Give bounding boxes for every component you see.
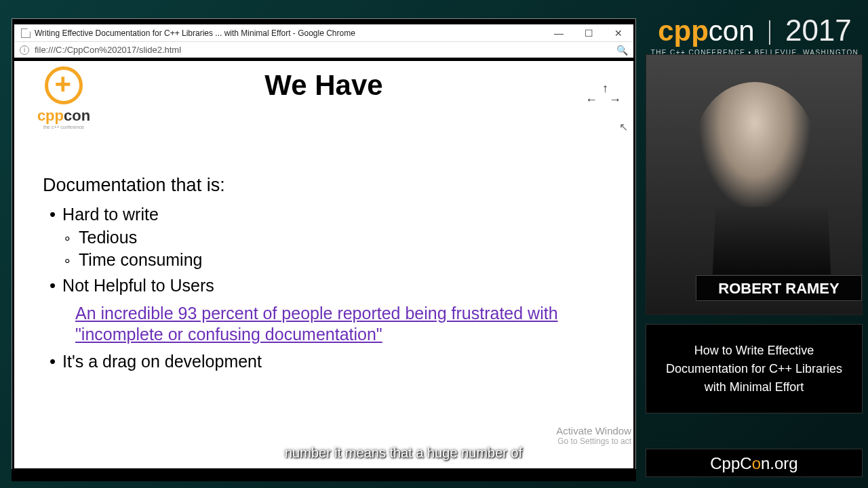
cursor-icon: ↖ <box>619 121 628 134</box>
conf-con: con <box>709 15 755 47</box>
cppcon-logo: cppcon the c++ conference <box>20 66 108 129</box>
speaker-video[interactable]: ROBERT RAMEY <box>646 54 863 315</box>
bullet-tedious: Tedious <box>63 228 613 247</box>
bottom-black-bar <box>12 469 636 481</box>
watermark-title: Activate Window <box>556 425 631 436</box>
bullet-hard: Hard to write <box>50 204 613 225</box>
slide-content: Documentation that is: Hard to write Ted… <box>21 102 627 372</box>
divider <box>769 20 770 45</box>
maximize-button[interactable]: ☐ <box>574 24 604 42</box>
file-icon <box>21 28 31 38</box>
conference-logo: cppcon 2017 <box>650 14 860 47</box>
logo-cpp: cpp <box>37 107 64 124</box>
watermark-sub: Go to Settings to act <box>556 436 631 446</box>
zoom-icon[interactable]: 🔍 <box>616 45 628 56</box>
activate-watermark: Activate Window Go to Settings to act <box>556 425 631 446</box>
logo-text: cppcon <box>20 107 108 125</box>
slide-intro: Documentation that is: <box>43 175 613 196</box>
slide-title: We Have <box>21 61 627 102</box>
conf-cpp: cpp <box>658 15 709 47</box>
talk-title: How to Write Effective Documentation for… <box>660 342 848 396</box>
address-bar: i file:///C:/CppCon%202017/slide2.html 🔍 <box>14 42 633 61</box>
site-link-panel[interactable]: CppCon.org <box>646 449 863 477</box>
bullet-drag: It's a drag on development <box>50 351 613 372</box>
window-title: Writing Effective Documentation for C++ … <box>35 28 544 38</box>
site-prefix: CppC <box>710 454 751 472</box>
slide-area: cppcon the c++ conference We Have ↑ ← → … <box>14 61 633 465</box>
logo-con: con <box>64 107 90 124</box>
talk-title-panel: How to Write Effective Documentation for… <box>646 324 863 413</box>
close-button[interactable]: ✕ <box>604 24 633 42</box>
nav-leftright-icon[interactable]: ← → <box>585 93 625 107</box>
bullet-link-wrap: An incredible 93 percent of people repor… <box>75 303 613 346</box>
site-o: o <box>752 454 761 472</box>
laptop-shape <box>713 207 831 275</box>
minimize-button[interactable]: — <box>544 24 574 42</box>
browser-inner: Writing Effective Documentation for C++ … <box>14 24 633 468</box>
info-icon[interactable]: i <box>20 45 29 55</box>
conf-year: 2017 <box>785 14 852 47</box>
bullet-nothelpful: Not Helpful to Users <box>50 275 613 296</box>
title-bar: Writing Effective Documentation for C++ … <box>14 24 633 42</box>
site-suffix: n.org <box>761 454 798 472</box>
url-text[interactable]: file:///C:/CppCon%202017/slide2.html <box>35 45 616 55</box>
logo-icon <box>45 66 83 104</box>
logo-subtitle: the c++ conference <box>20 125 108 129</box>
bullet-time: Time consuming <box>63 250 613 270</box>
speaker-name: ROBERT RAMEY <box>696 275 862 301</box>
video-caption: number it means that a huge number of <box>285 445 522 461</box>
browser-window: Writing Effective Documentation for C++ … <box>12 18 636 471</box>
speaker-figure <box>694 82 816 218</box>
frustration-link[interactable]: An incredible 93 percent of people repor… <box>75 304 558 344</box>
slide-nav[interactable]: ↑ ← → <box>585 81 625 107</box>
conference-header: cppcon 2017 THE C++ CONFERENCE • BELLEVU… <box>650 14 860 56</box>
